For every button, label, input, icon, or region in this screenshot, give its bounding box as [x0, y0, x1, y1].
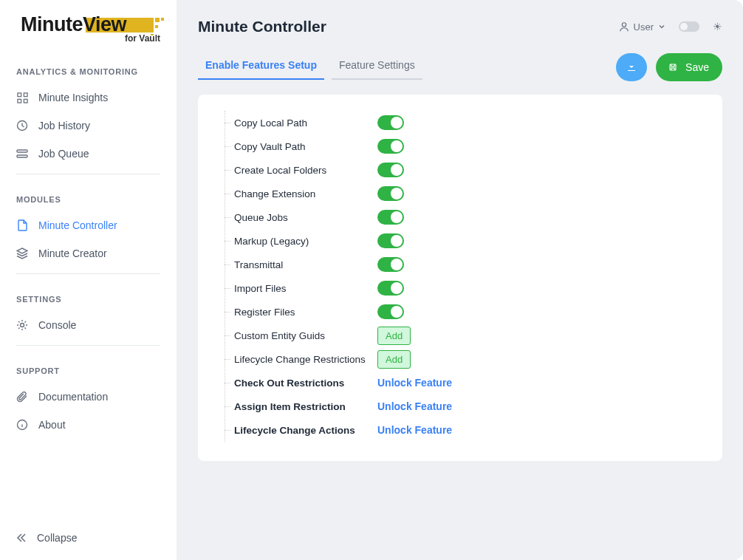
feature-row: Transmittal — [225, 253, 702, 276]
feature-switch[interactable] — [377, 257, 404, 272]
feature-label: Lifecycle Change Actions — [234, 425, 377, 436]
tabs: Enable Features Setup Feature Settings — [198, 55, 422, 80]
nav-label: Job History — [38, 120, 90, 132]
feature-row: Markup (Legacy) — [225, 229, 702, 253]
feature-row: Check Out RestrictionsUnlock Feature — [225, 371, 702, 395]
feature-label: Register Files — [234, 307, 377, 318]
feature-label: Transmittal — [234, 259, 377, 270]
page-title: Minute Controller — [198, 18, 326, 35]
save-button[interactable]: Save — [656, 53, 722, 81]
feature-switch[interactable] — [377, 115, 404, 130]
queue-icon — [16, 148, 28, 160]
sidebar-item-creator[interactable]: Minute Creator — [0, 239, 177, 267]
feature-label: Lifecycle Change Restrictions — [234, 354, 377, 365]
file-icon — [16, 219, 28, 231]
feature-label: Custom Entity Guids — [234, 330, 377, 341]
sidebar-item-controller[interactable]: Minute Controller — [0, 211, 177, 239]
collapse-label: Collapse — [37, 532, 77, 544]
feature-switch[interactable] — [377, 233, 404, 248]
grid-icon — [16, 92, 28, 103]
add-button[interactable]: Add — [377, 327, 411, 345]
sidebar-item-about[interactable]: About — [0, 411, 177, 439]
feature-row: Import Files — [225, 276, 702, 300]
feature-label: Check Out Restrictions — [234, 378, 377, 389]
feature-row: Change Extension — [225, 182, 702, 205]
feature-row: Register Files — [225, 300, 702, 324]
main-content: Minute Controller User ☀ Enable Features… — [177, 0, 743, 560]
feature-switch[interactable] — [377, 304, 404, 319]
feature-label: Queue Jobs — [234, 212, 377, 223]
feature-row: Custom Entity GuidsAdd — [225, 324, 702, 347]
section-settings: SETTINGS — [0, 280, 177, 311]
divider — [16, 273, 160, 274]
feature-switch[interactable] — [377, 139, 404, 154]
gear-icon — [16, 319, 28, 331]
unlock-link[interactable]: Unlock Feature — [377, 377, 452, 389]
svg-point-12 — [21, 324, 24, 327]
svg-rect-15 — [670, 64, 676, 70]
svg-rect-10 — [17, 150, 27, 152]
user-menu[interactable]: User — [619, 21, 665, 33]
logo: MinuteView for Vault — [0, 13, 177, 52]
feature-switch[interactable] — [377, 186, 404, 201]
sidebar-item-documentation[interactable]: Documentation — [0, 383, 177, 411]
svg-rect-6 — [24, 92, 27, 96]
history-icon — [16, 120, 28, 132]
feature-tree: Copy Local PathCopy Vault PathCreate Loc… — [225, 111, 702, 442]
user-label: User — [634, 21, 654, 33]
svg-rect-3 — [155, 25, 158, 28]
feature-switch[interactable] — [377, 163, 404, 177]
feature-label: Import Files — [234, 283, 377, 294]
section-support: SUPPORT — [0, 352, 177, 383]
sidebar-item-job-history[interactable]: Job History — [0, 112, 177, 140]
info-icon — [16, 419, 28, 431]
feature-row: Assign Item RestrictionUnlock Feature — [225, 395, 702, 418]
svg-rect-1 — [155, 18, 160, 22]
feature-label: Copy Vault Path — [234, 141, 377, 152]
layers-icon — [16, 247, 28, 259]
unlock-link[interactable]: Unlock Feature — [377, 400, 452, 412]
section-modules: MODULES — [0, 180, 177, 211]
save-label: Save — [685, 61, 709, 73]
features-card: Copy Local PathCopy Vault PathCreate Loc… — [198, 95, 722, 461]
svg-rect-7 — [17, 99, 21, 103]
theme-toggle[interactable] — [679, 21, 699, 32]
sidebar-item-console[interactable]: Console — [0, 311, 177, 339]
feature-switch[interactable] — [377, 210, 404, 225]
nav-label: Minute Insights — [38, 92, 108, 103]
feature-label: Assign Item Restriction — [234, 401, 377, 412]
feature-label: Copy Local Path — [234, 117, 377, 129]
save-icon — [669, 62, 677, 72]
tab-enable-features[interactable]: Enable Features Setup — [198, 55, 324, 80]
svg-rect-2 — [161, 18, 164, 21]
nav-label: Minute Controller — [38, 219, 117, 231]
divider — [16, 345, 160, 346]
add-button[interactable]: Add — [377, 350, 411, 369]
section-analytics: ANALYTICS & MONITORING — [0, 52, 177, 83]
nav-label: Console — [38, 319, 76, 331]
feature-label: Create Local Folders — [234, 165, 377, 176]
feature-label: Change Extension — [234, 188, 377, 199]
collapse-button[interactable]: Collapse — [0, 523, 177, 553]
tab-feature-settings[interactable]: Feature Settings — [332, 55, 422, 80]
feature-row: Copy Vault Path — [225, 134, 702, 158]
feature-switch[interactable] — [377, 281, 404, 296]
nav-label: About — [38, 419, 66, 431]
feature-row: Lifecycle Change RestrictionsAdd — [225, 347, 702, 371]
sidebar-item-job-queue[interactable]: Job Queue — [0, 140, 177, 168]
download-button[interactable] — [616, 53, 647, 81]
unlock-link[interactable]: Unlock Feature — [377, 424, 452, 436]
sidebar: MinuteView for Vault ANALYTICS & MONITOR… — [0, 0, 177, 560]
svg-rect-5 — [17, 92, 21, 96]
svg-point-14 — [622, 23, 626, 27]
divider — [16, 174, 160, 174]
chevron-down-icon — [658, 23, 665, 30]
feature-row: Create Local Folders — [225, 158, 702, 182]
nav-label: Documentation — [38, 391, 108, 403]
feature-row: Copy Local Path — [225, 111, 702, 134]
nav-label: Job Queue — [38, 148, 89, 160]
svg-rect-8 — [24, 99, 27, 103]
feature-label: Markup (Legacy) — [234, 236, 377, 247]
download-icon — [626, 62, 637, 72]
sidebar-item-insights[interactable]: Minute Insights — [0, 83, 177, 112]
